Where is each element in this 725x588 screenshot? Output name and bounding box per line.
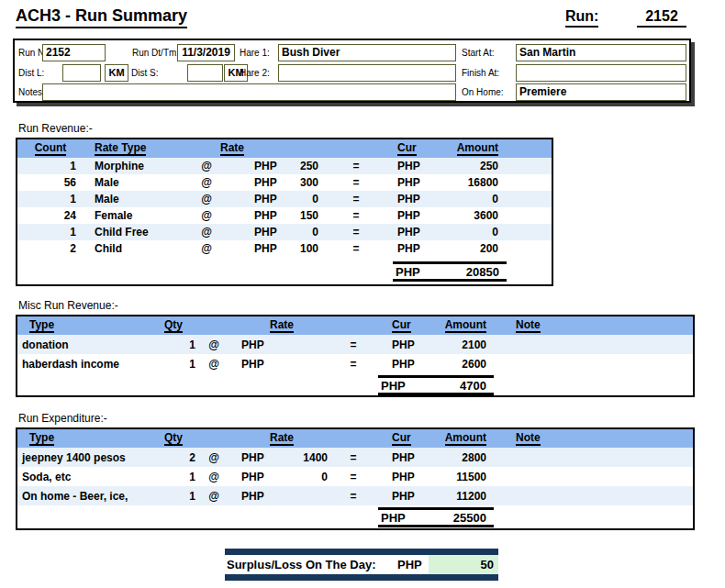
note-header: Note (504, 318, 693, 333)
cur-cell: PHP (379, 242, 427, 255)
run-no-field[interactable]: 2152 (42, 44, 106, 61)
start-at-label: Start At: (462, 48, 495, 58)
rate-type-cell: Child (84, 242, 186, 255)
amount-cell: 3600 (427, 209, 511, 222)
rate-type-header: Rate Type (84, 141, 186, 156)
cur-cell: PHP (366, 358, 417, 371)
on-home-field[interactable]: Premiere (516, 83, 686, 101)
total-cur: PHP (381, 379, 406, 393)
at-symbol: @ (186, 193, 227, 205)
run-revenue-table: Count Rate Type Rate Cur Amount 1 Morphi… (16, 138, 553, 286)
rate-header: Rate (223, 318, 340, 333)
hare2-label: Hare 2: (240, 68, 270, 78)
cur-cell: PHP (366, 490, 417, 503)
equals-symbol: = (333, 242, 379, 255)
cur-cell: PHP (366, 338, 417, 351)
qty-header: Qty (164, 318, 205, 333)
misc-revenue-rows: donation 1 @ PHP = PHP 2100 haberdash in… (17, 335, 693, 373)
run-revenue-section-label: Run Revenue:- (18, 122, 93, 135)
type-header: Type (17, 431, 164, 446)
hare2-field[interactable] (278, 64, 456, 82)
type-header: Type (17, 318, 164, 333)
table-row: haberdash income 1 @ PHP = PHP 2600 (17, 354, 693, 373)
rate-cell: 300 (278, 176, 333, 189)
surplus-label: Surplus/Loss On The Day: (225, 558, 397, 571)
at-symbol: @ (205, 451, 223, 464)
rate-cur-cell: PHP (227, 242, 278, 255)
notes-field[interactable] (42, 83, 456, 101)
hare1-field[interactable]: Bush Diver (278, 44, 456, 61)
at-symbol: @ (186, 242, 227, 255)
count-cell: 2 (17, 242, 84, 255)
surplus-row: Surplus/Loss On The Day: PHP 50 (225, 555, 498, 574)
count-cell: 56 (17, 176, 84, 189)
type-cell: jeepney 1400 pesos (17, 451, 164, 464)
dist-s-label: Dist S: (131, 68, 158, 78)
run-revenue-rows: 1 Morphine @ PHP 250 = PHP 250 56 Male @… (17, 158, 552, 257)
cur-cell: PHP (379, 209, 427, 222)
run-number: 2152 (637, 8, 686, 28)
misc-revenue-table: Type Qty Rate Cur Amount Note donation 1… (16, 315, 695, 397)
count-cell: 1 (17, 226, 84, 239)
total-amount: 25500 (453, 511, 486, 525)
rate-type-cell: Morphine (84, 160, 186, 172)
rate-cur-cell: PHP (223, 358, 278, 371)
type-cell: haberdash income (17, 358, 164, 371)
table-row: donation 1 @ PHP = PHP 2100 (17, 335, 693, 354)
amount-cell: 200 (427, 242, 511, 255)
at-symbol: @ (186, 226, 227, 239)
amount-cell: 11200 (417, 490, 504, 503)
qty-cell: 1 (164, 338, 205, 351)
run-revenue-header-row: Count Rate Type Rate Cur Amount (17, 139, 552, 158)
notes-label: Notes: (18, 87, 45, 97)
equals-symbol: = (333, 193, 379, 205)
equals-symbol: = (340, 338, 366, 351)
amount-header: Amount (417, 318, 504, 333)
rate-cur-cell: PHP (227, 176, 278, 189)
rate-type-cell: Female (84, 209, 186, 222)
amount-header: Amount (427, 141, 511, 156)
dist-l-field[interactable] (62, 64, 101, 82)
rate-type-cell: Male (84, 176, 186, 189)
rate-header: Rate (186, 141, 278, 156)
qty-header: Qty (164, 431, 205, 446)
surplus-top-bar (225, 549, 498, 555)
total-cur: PHP (396, 265, 420, 279)
finish-at-label: Finish At: (462, 68, 499, 78)
surplus-amount-cell: 50 (429, 555, 498, 574)
rate-type-cell: Male (84, 193, 186, 205)
rate-type-cell: Child Free (84, 226, 186, 239)
at-symbol: @ (186, 209, 227, 222)
rate-cur-cell: PHP (223, 338, 278, 351)
run-dt-field[interactable]: 11/3/2019 (177, 44, 235, 61)
table-row: 1 Male @ PHP 0 = PHP 0 (17, 191, 552, 207)
table-row: 56 Male @ PHP 300 = PHP 16800 (17, 174, 552, 191)
rate-cur-cell: PHP (227, 160, 278, 172)
equals-symbol: = (340, 490, 366, 503)
count-cell: 24 (17, 209, 84, 222)
type-cell: Soda, etc (17, 471, 164, 483)
table-row: 1 Child Free @ PHP 0 = PHP 0 (17, 224, 552, 240)
cur-cell: PHP (366, 471, 417, 483)
surplus-cur: PHP (397, 558, 429, 571)
table-row: 2 Child @ PHP 100 = PHP 200 (17, 240, 552, 257)
amount-cell: 0 (427, 226, 511, 239)
type-cell: On home - Beer, ice, (17, 490, 164, 503)
surplus-summary: Surplus/Loss On The Day: PHP 50 (225, 549, 498, 581)
finish-at-field[interactable] (516, 64, 686, 82)
at-symbol: @ (186, 160, 227, 172)
equals-symbol: = (333, 160, 379, 172)
rate-cur-cell: PHP (227, 193, 278, 205)
count-cell: 1 (17, 160, 84, 172)
on-home-label: On Home: (462, 87, 504, 97)
hare1-label: Hare 1: (240, 48, 270, 58)
expenditure-total: PHP 25500 (378, 507, 494, 527)
expenditure-table: Type Qty Rate Cur Amount Note jeepney 14… (16, 427, 695, 530)
qty-cell: 1 (164, 471, 205, 483)
count-cell: 1 (17, 193, 84, 205)
qty-cell: 1 (164, 358, 205, 371)
rate-cur-cell: PHP (227, 226, 278, 239)
dist-s-field[interactable] (187, 64, 223, 82)
start-at-field[interactable]: San Martin (516, 44, 686, 61)
equals-symbol: = (340, 451, 366, 464)
